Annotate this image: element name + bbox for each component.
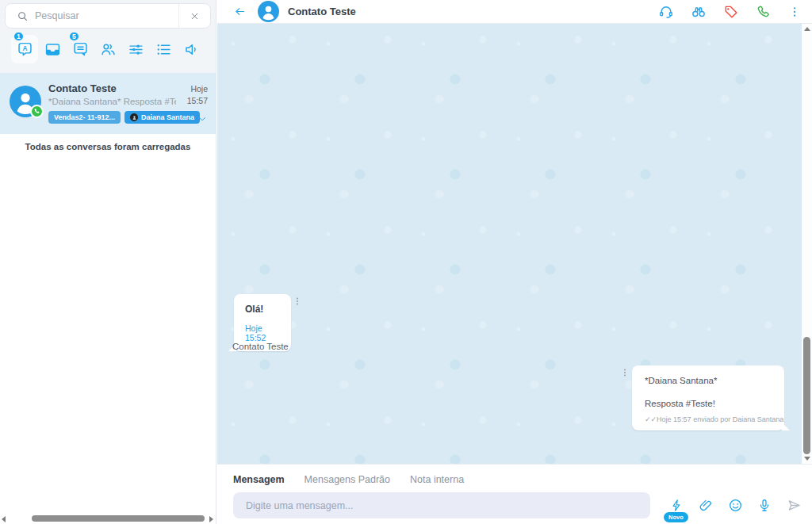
chat-message-area: Olá! Hoje 15:52 Contato Teste *Daiana Sa… <box>217 24 812 464</box>
chats-badge: 1 <box>13 31 25 42</box>
pending-badge: 5 <box>68 31 80 42</box>
avatar <box>10 86 41 117</box>
novo-badge: Novo <box>664 512 688 522</box>
message-options-icon[interactable] <box>620 367 630 378</box>
conversation-info: Contato Teste *Daiana Santana* Resposta … <box>41 81 176 124</box>
attachment-icon[interactable] <box>697 495 714 516</box>
sliders-icon <box>128 41 144 58</box>
horizontal-scrollbar-thumb[interactable] <box>32 515 205 522</box>
tag-icon[interactable] <box>723 4 739 20</box>
microphone-icon[interactable] <box>756 495 773 516</box>
chat-a-icon: A <box>17 41 33 58</box>
scroll-left-arrow[interactable] <box>2 516 6 522</box>
tag-department[interactable]: Vendas2- 11-912... <box>48 111 121 124</box>
chat-header-actions <box>658 4 801 20</box>
tab-mensagens-padrao[interactable]: Mensagens Padrão <box>304 474 390 485</box>
vertical-scrollbar[interactable] <box>802 24 812 464</box>
quick-reply-lightning-icon[interactable]: Novo <box>668 495 685 516</box>
sidebar-tab-chats[interactable]: 1 A <box>11 35 38 63</box>
binoculars-icon[interactable] <box>691 4 707 20</box>
message-sender-label: Contato Teste <box>232 342 289 351</box>
composer-actions: Novo <box>668 495 802 516</box>
all-conversations-loaded-text: Todas as conversas foram carregadas <box>0 134 216 159</box>
sidebar-tab-pending[interactable]: 5 <box>67 35 94 63</box>
sidebar-tabs: 1 A 5 <box>5 29 211 68</box>
app-window: 1 A 5 <box>0 0 812 524</box>
conversation-date: Hoje <box>176 83 208 95</box>
conversation-time: 15:57 <box>176 95 208 107</box>
scroll-up-arrow[interactable] <box>804 27 810 31</box>
message-bubble-outgoing: *Daiana Santana* Resposta #Teste! ✓✓Hoje… <box>632 365 784 430</box>
kebab-menu-icon[interactable] <box>788 5 801 19</box>
composer: Mensagem Mensagens Padrão Nota interna N… <box>217 464 812 524</box>
whatsapp-badge-icon <box>30 105 44 118</box>
conversation-meta: Hoje 15:57 <box>176 81 208 124</box>
horizontal-scrollbar[interactable] <box>0 514 216 523</box>
search-input[interactable] <box>35 10 178 21</box>
tab-mensagem[interactable]: Mensagem <box>233 474 285 485</box>
sidebar-header: 1 A 5 <box>0 0 216 73</box>
conversation-tags: Vendas2- 11-912... Daiana Santana <box>48 111 176 124</box>
back-arrow-icon[interactable] <box>233 5 247 18</box>
scroll-down-arrow[interactable] <box>804 457 810 461</box>
double-check-icon: ✓✓ <box>645 415 657 423</box>
chat-header: Contato Teste <box>217 0 812 24</box>
sidebar-tab-queue[interactable] <box>150 35 177 63</box>
message-options-icon[interactable] <box>293 296 302 307</box>
chat-panel: Contato Teste <box>217 0 812 524</box>
message-line1: *Daiana Santana* <box>645 376 773 385</box>
search-bar <box>5 3 211 29</box>
chat-lines-icon <box>72 41 89 58</box>
search-icon <box>6 10 35 22</box>
chat-contact-name: Contato Teste <box>288 6 356 17</box>
conversation-list-item[interactable]: Contato Teste *Daiana Santana* Resposta … <box>0 73 216 134</box>
people-icon <box>100 41 117 58</box>
conversation-title: Contato Teste <box>48 81 176 94</box>
speaker-icon <box>183 41 200 58</box>
message-text: Olá! <box>245 304 282 315</box>
composer-tabs: Mensagem Mensagens Padrão Nota interna <box>217 465 812 485</box>
sidebar-tab-filters[interactable] <box>122 35 149 63</box>
message-meta-text: Hoje 15:57 enviado por Daiana Santana <box>657 415 783 423</box>
tab-nota-interna[interactable]: Nota interna <box>410 474 464 485</box>
agent-headset-icon[interactable] <box>658 4 674 20</box>
phone-icon[interactable] <box>756 4 772 20</box>
chat-avatar[interactable] <box>258 1 279 22</box>
vertical-scrollbar-thumb[interactable] <box>803 337 810 454</box>
scroll-right-arrow[interactable] <box>209 516 213 522</box>
send-icon[interactable] <box>785 495 802 516</box>
list-icon <box>155 41 172 58</box>
composer-input-row: Novo <box>217 485 812 518</box>
svg-text:A: A <box>22 44 27 52</box>
message-line2: Resposta #Teste! <box>645 399 773 408</box>
message-input[interactable] <box>233 492 650 518</box>
emoji-icon[interactable] <box>726 495 744 516</box>
sidebar-tab-contacts[interactable] <box>94 35 121 63</box>
agent-avatar-icon <box>130 113 138 121</box>
sidebar-tab-broadcast[interactable] <box>178 35 205 63</box>
message-time: Hoje 15:52 <box>245 323 282 342</box>
clear-search-button[interactable] <box>178 4 210 28</box>
sidebar: 1 A 5 <box>0 0 216 524</box>
sidebar-tab-inbox[interactable] <box>39 35 66 63</box>
inbox-icon <box>44 41 61 58</box>
message-meta: ✓✓Hoje 15:57 enviado por Daiana Santana <box>645 415 773 423</box>
conversation-preview: *Daiana Santana* Resposta #Te... <box>48 97 176 106</box>
chevron-down-icon[interactable] <box>176 113 208 124</box>
